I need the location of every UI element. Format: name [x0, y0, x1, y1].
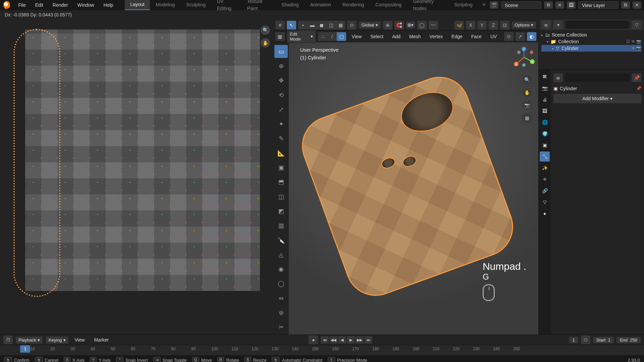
- prop-tab-viewlayer[interactable]: 🖼: [540, 106, 550, 116]
- tool-annotate[interactable]: ✎: [274, 132, 288, 145]
- tool-spin[interactable]: ◉: [274, 262, 288, 276]
- start-frame[interactable]: Start 1: [593, 337, 614, 343]
- mode-select[interactable]: Edit Mode ▾: [287, 30, 316, 43]
- mesh-opts-icon[interactable]: ⊡: [500, 21, 509, 29]
- pivot2-icon[interactable]: ⊕: [383, 21, 392, 29]
- workspace-compositing[interactable]: Compositing: [370, 0, 407, 10]
- workspace-uv-editing[interactable]: UV Editing: [212, 0, 241, 13]
- mode-icon[interactable]: ▦: [275, 32, 285, 41]
- prop-tab-object[interactable]: ▣: [540, 140, 550, 150]
- tool-select-box[interactable]: ▭: [274, 45, 288, 58]
- prop-tab-scene[interactable]: 🌐: [540, 117, 550, 127]
- tool-cursor[interactable]: ⊕: [274, 59, 288, 72]
- prop-tab-world[interactable]: 🌍: [540, 129, 550, 139]
- tool-inset[interactable]: ◫: [274, 190, 288, 203]
- vp-pan-icon[interactable]: ✋: [522, 88, 532, 97]
- keyframe-next-icon[interactable]: ▶▶: [356, 336, 364, 344]
- select-island-icon[interactable]: ◫: [326, 21, 336, 29]
- vp-menu-vertex[interactable]: Vertex: [426, 34, 446, 39]
- menu-help[interactable]: Help: [99, 2, 118, 8]
- tool-scale[interactable]: ⤢: [274, 103, 288, 116]
- play-reverse-icon[interactable]: ◀: [338, 336, 346, 344]
- viewlayer-close-icon[interactable]: ✕: [633, 1, 641, 9]
- select-edge-icon[interactable]: ▬: [308, 21, 317, 29]
- prop-tab-particles[interactable]: ✨: [540, 163, 550, 173]
- uv-pan-icon[interactable]: ✋: [261, 38, 270, 48]
- keying-menu[interactable]: Keying ▾: [46, 336, 69, 344]
- gizmo-icon[interactable]: ↗: [516, 32, 525, 41]
- axis-gizmo[interactable]: X Y Z: [512, 46, 536, 69]
- vp-camera-icon[interactable]: 📷: [522, 101, 532, 110]
- viewlayer-icon[interactable]: 🖼: [567, 1, 576, 9]
- tree-collection[interactable]: ▾📁 Collection☑ 👁 📷: [541, 38, 641, 45]
- timeline-view-menu[interactable]: View: [71, 337, 88, 343]
- end-frame[interactable]: End 250: [616, 337, 641, 343]
- jump-start-icon[interactable]: ⏮: [321, 336, 329, 344]
- tool-move[interactable]: ✥: [274, 74, 288, 87]
- shading-icon[interactable]: ◐: [527, 32, 536, 41]
- overlay-icon[interactable]: ⊙: [504, 32, 514, 41]
- viewlayer-select[interactable]: View Layer: [578, 1, 619, 9]
- clock-icon[interactable]: ⏲: [581, 336, 590, 344]
- add-modifier-button[interactable]: Add Modifier ▾: [553, 94, 641, 103]
- prop-curve-icon[interactable]: 〰: [429, 21, 438, 29]
- tool-extrude[interactable]: ⬒: [274, 176, 288, 189]
- outliner-display-icon[interactable]: ▾: [553, 20, 563, 29]
- pivot-icon[interactable]: ⊙: [347, 21, 357, 29]
- prop-tab-tool[interactable]: 🛠: [540, 72, 550, 82]
- tree-scene-collection[interactable]: ▸🗂 Scene Collection: [541, 32, 641, 38]
- tool-add-cube[interactable]: ▣: [274, 161, 288, 174]
- workspace-sculpting[interactable]: Sculpting: [181, 0, 211, 10]
- tool-poly-build[interactable]: ◬: [274, 248, 288, 261]
- current-frame[interactable]: 1: [569, 337, 578, 343]
- vp-menu-edge[interactable]: Edge: [448, 34, 466, 39]
- tool-shrink[interactable]: ⊛: [274, 306, 288, 319]
- tool-bevel[interactable]: ◩: [274, 204, 288, 218]
- tree-cylinder[interactable]: ▸▽ Cylinder👁 📷: [541, 45, 641, 52]
- uv-canvas[interactable]: 🔍 ✋: [0, 19, 273, 335]
- jump-end-icon[interactable]: ⏭: [364, 336, 372, 344]
- tool-loop-cut[interactable]: ▥: [274, 219, 288, 232]
- uv-island-selection[interactable]: [13, 29, 60, 297]
- vp-menu-add[interactable]: Add: [389, 34, 404, 39]
- keyframe-prev-icon[interactable]: ◀◀: [329, 336, 337, 344]
- prop-tab-modifiers[interactable]: 🔧: [540, 152, 550, 162]
- axis-y-button[interactable]: Y: [477, 21, 487, 29]
- workspace-layout[interactable]: Layout: [125, 0, 150, 10]
- axis-z-button[interactable]: Z: [489, 21, 498, 29]
- play-icon[interactable]: ▶: [347, 336, 355, 344]
- mesh-select-edge-icon[interactable]: /: [327, 32, 337, 41]
- tool-smooth[interactable]: ◯: [274, 277, 288, 290]
- vp-menu-face[interactable]: Face: [468, 34, 485, 39]
- properties-search[interactable]: [566, 74, 629, 81]
- autokey-icon[interactable]: ●: [309, 336, 318, 344]
- tool-measure[interactable]: 📐: [274, 146, 288, 160]
- menu-file[interactable]: File: [13, 2, 31, 8]
- tool-edge-slide[interactable]: ⇔: [274, 292, 288, 305]
- workspace-scripting[interactable]: Scripting: [449, 0, 478, 10]
- select-more-icon[interactable]: ▦: [336, 21, 345, 29]
- playhead[interactable]: 1: [20, 345, 30, 353]
- tool-rotate[interactable]: ⟲: [274, 88, 288, 102]
- timeline-type-icon[interactable]: ⏱: [3, 336, 13, 344]
- vp-menu-view[interactable]: View: [348, 34, 365, 39]
- menu-window[interactable]: Window: [73, 2, 99, 8]
- workspace-geometry-nodes[interactable]: Geometry Nodes: [408, 0, 448, 13]
- editor-type-icon[interactable]: #: [275, 21, 285, 29]
- select-face-icon[interactable]: ◼: [317, 21, 326, 29]
- prop-item-cylinder[interactable]: ▣ Cylinder📌: [553, 85, 641, 92]
- prop-type-icon[interactable]: ≣: [553, 73, 563, 82]
- prop-edit-icon[interactable]: ◯: [417, 21, 427, 29]
- options-dropdown[interactable]: Options ▾: [512, 21, 536, 29]
- axis-x-button[interactable]: X: [466, 21, 475, 29]
- scene-new-icon[interactable]: ⧉: [544, 1, 553, 9]
- snap-type-icon[interactable]: ⊞▾: [406, 21, 415, 29]
- scene-icon[interactable]: 🎬: [490, 1, 498, 9]
- workspace-modeling[interactable]: Modeling: [151, 0, 180, 10]
- vp-menu-uv[interactable]: UV: [487, 34, 500, 39]
- mesh-select-vertex-icon[interactable]: ∴: [318, 32, 327, 41]
- add-workspace-button[interactable]: +: [478, 1, 490, 8]
- vp-menu-mesh[interactable]: Mesh: [406, 34, 424, 39]
- select-vertex-icon[interactable]: ▪: [298, 21, 308, 29]
- vp-menu-select[interactable]: Select: [367, 34, 387, 39]
